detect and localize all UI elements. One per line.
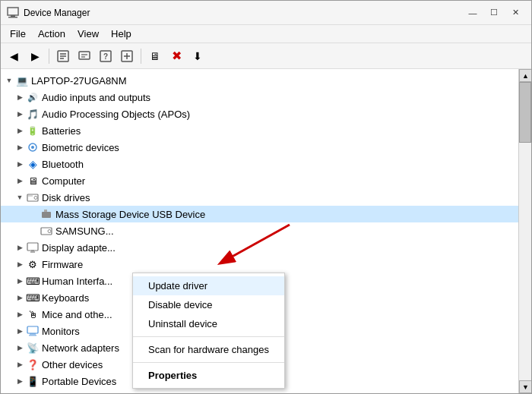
tree-item-display[interactable]: ▶ Display adapte... (1, 239, 518, 256)
tree-item-disk-drives[interactable]: ▼ Disk drives (1, 189, 518, 206)
portable-label: Portable Devices (42, 376, 116, 387)
audio-icon (27, 91, 39, 103)
svg-rect-28 (30, 333, 36, 335)
batteries-expand[interactable]: ▶ (14, 125, 25, 136)
remove-button[interactable]: ✖ (166, 46, 186, 66)
scroll-down-button[interactable]: ▼ (519, 380, 531, 393)
minimize-button[interactable]: — (463, 5, 483, 20)
portable-expand[interactable]: ▶ (14, 376, 25, 386)
samsung-expand: ▶ (28, 225, 39, 236)
display-expand[interactable]: ▶ (14, 242, 25, 253)
maximize-button[interactable]: ☐ (484, 5, 504, 20)
bluetooth-expand[interactable]: ▶ (14, 159, 25, 169)
computer-expand[interactable]: ▶ (14, 175, 25, 186)
batteries-label: Batteries (42, 125, 81, 137)
scroll-track[interactable] (519, 82, 531, 380)
close-button[interactable]: ✕ (505, 5, 525, 20)
mass-storage-expand: ▶ (28, 209, 39, 219)
vertical-scrollbar[interactable]: ▲ ▼ (518, 69, 531, 393)
scan-button[interactable]: ⬇ (188, 46, 207, 66)
keyboards-label: Keyboards (42, 292, 89, 304)
biometric-expand[interactable]: ▶ (14, 142, 25, 153)
back-button[interactable]: ◀ (4, 46, 24, 66)
tree-item-batteries[interactable]: ▶ Batteries (1, 122, 518, 139)
ctx-update-driver[interactable]: Update driver (133, 276, 284, 295)
audio-expand[interactable]: ▶ (14, 92, 25, 102)
window-title: Device Manager (24, 8, 463, 18)
menu-bar: File Action View Help (1, 25, 531, 43)
tree-item-apo[interactable]: ▶ 🎵 Audio Processing Objects (APOs) (1, 106, 518, 122)
mice-label: Mice and othe... (42, 309, 112, 320)
svg-rect-7 (79, 52, 90, 59)
monitors-label: Monitors (42, 326, 80, 337)
keyboards-expand[interactable]: ▶ (14, 292, 25, 303)
samsung-label: SAMSUNG... (55, 225, 114, 237)
computer-button[interactable]: 🖥 (145, 46, 165, 66)
disk-expand[interactable]: ▼ (14, 192, 25, 203)
tree-item-samsung[interactable]: ▶ SAMSUNG... (1, 222, 518, 239)
computer-icon: 🖥 (27, 175, 39, 187)
apo-expand[interactable]: ▶ (14, 109, 25, 119)
device-manager-window: Device Manager — ☐ ✕ File Action View He… (0, 0, 532, 394)
svg-rect-20 (42, 212, 51, 218)
samsung-icon (40, 225, 52, 237)
network-expand[interactable]: ▶ (14, 342, 25, 353)
window-controls: — ☐ ✕ (463, 5, 525, 20)
tree-item-mass-storage[interactable]: ▶ Mass Storage Device USB Device (1, 206, 518, 222)
monitors-expand[interactable]: ▶ (14, 326, 25, 336)
tree-item-biometric[interactable]: ▶ Biometric devices (1, 139, 518, 156)
audio-label: Audio inputs and outputs (42, 92, 150, 103)
tree-root[interactable]: ▼ 💻 LAPTOP-27UGA8NM (1, 72, 518, 89)
svg-rect-2 (8, 17, 17, 18)
forward-button[interactable]: ▶ (25, 46, 45, 66)
svg-rect-29 (29, 335, 36, 336)
menu-file[interactable]: File (4, 27, 32, 41)
context-menu: Update driver Disable device Uninstall d… (132, 273, 285, 389)
hid-expand[interactable]: ▶ (14, 276, 25, 286)
bluetooth-label: Bluetooth (42, 159, 84, 170)
portable-icon: 📱 (27, 375, 39, 387)
ctx-uninstall-device[interactable]: Uninstall device (133, 314, 284, 333)
tree-item-computer[interactable]: ▶ 🖥 Computer (1, 172, 518, 189)
update-driver-toolbar-button[interactable] (74, 46, 94, 66)
ctx-properties[interactable]: Properties (133, 366, 284, 385)
scroll-thumb[interactable] (519, 82, 531, 143)
battery-icon (27, 125, 39, 137)
svg-rect-17 (27, 194, 38, 201)
ctx-separator-2 (133, 362, 284, 363)
display-icon (27, 241, 39, 254)
apo-icon: 🎵 (27, 108, 39, 120)
network-icon: 📡 (27, 342, 39, 354)
biometric-label: Biometric devices (42, 142, 119, 153)
menu-action[interactable]: Action (32, 27, 71, 41)
other-icon: ❓ (27, 358, 39, 370)
tree-item-bluetooth[interactable]: ▶ ◈ Bluetooth (1, 156, 518, 172)
svg-point-23 (48, 230, 51, 233)
svg-rect-24 (27, 243, 38, 251)
ctx-scan-hardware[interactable]: Scan for hardware changes (133, 340, 284, 359)
scroll-up-button[interactable]: ▲ (519, 69, 531, 82)
menu-view[interactable]: View (71, 27, 105, 41)
device-tree[interactable]: ▼ 💻 LAPTOP-27UGA8NM ▶ Audio inputs and o… (1, 69, 518, 393)
root-expand[interactable]: ▼ (4, 75, 14, 86)
svg-text:?: ? (103, 52, 108, 61)
menu-help[interactable]: Help (105, 27, 138, 41)
title-bar: Device Manager — ☐ ✕ (1, 1, 531, 25)
properties-button[interactable] (53, 46, 73, 66)
tree-item-firmware[interactable]: ▶ ⚙ Firmware (1, 256, 518, 273)
tree-item-audio-inputs[interactable]: ▶ Audio inputs and outputs (1, 89, 518, 106)
network-label: Network adapters (42, 342, 119, 354)
laptop-icon: 💻 (16, 74, 28, 87)
help-button[interactable]: ? (96, 46, 116, 66)
hid-icon: ⌨ (27, 275, 39, 287)
separator-2 (141, 49, 141, 64)
display-label: Display adapte... (42, 242, 116, 254)
disk-icon (27, 191, 39, 203)
biometric-icon (27, 141, 39, 153)
firmware-expand[interactable]: ▶ (14, 259, 25, 269)
mice-expand[interactable]: ▶ (14, 309, 25, 320)
svg-rect-21 (44, 210, 47, 212)
expand-button[interactable] (117, 46, 137, 66)
other-expand[interactable]: ▶ (14, 359, 25, 370)
ctx-disable-device[interactable]: Disable device (133, 295, 284, 314)
